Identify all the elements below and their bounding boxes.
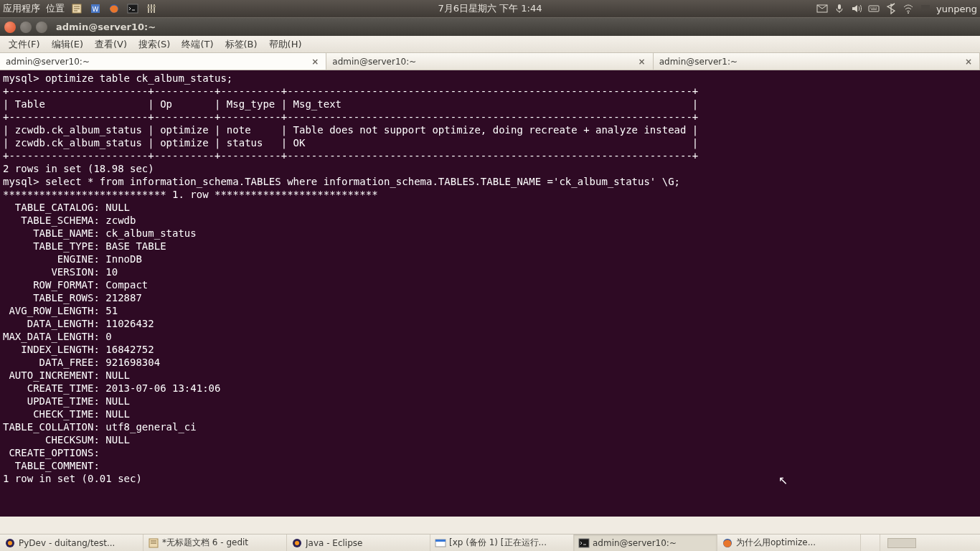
panel-clock[interactable]: 7月6日星期六 下午 1:44 bbox=[438, 2, 542, 15]
top-panel: 应用程序 位置 W 7月6日星期六 下午 1:44 yunpeng bbox=[0, 0, 980, 17]
svg-rect-6 bbox=[151, 4, 152, 13]
terminal-line: AVG_ROW_LENGTH: 51 bbox=[3, 304, 977, 317]
task-pydev[interactable]: PyDev - duitang/test... bbox=[0, 534, 143, 551]
menu-help[interactable]: 帮助(H) bbox=[263, 38, 308, 51]
terminal-output[interactable]: mysql> optimize table ck_album_status;+-… bbox=[0, 70, 980, 517]
svg-rect-13 bbox=[869, 6, 879, 11]
volume-icon[interactable] bbox=[850, 2, 863, 15]
svg-rect-7 bbox=[154, 4, 155, 13]
task-label: PyDev - duitang/test... bbox=[19, 538, 115, 548]
terminal-line: 2 rows in set (18.98 sec) bbox=[3, 162, 977, 175]
menu-terminal[interactable]: 终端(T) bbox=[176, 38, 219, 51]
terminal-line: 1 row in set (0.01 sec) bbox=[3, 472, 977, 485]
keyboard-icon[interactable] bbox=[867, 2, 880, 15]
terminal-line: +-----------------------+----------+----… bbox=[3, 110, 977, 123]
svg-rect-21 bbox=[435, 540, 446, 542]
bluetooth-icon[interactable] bbox=[885, 2, 897, 15]
svg-rect-10 bbox=[153, 6, 156, 7]
svg-point-16 bbox=[8, 541, 12, 545]
menu-edit[interactable]: 编辑(E) bbox=[46, 38, 89, 51]
tab-close-icon[interactable]: × bbox=[310, 57, 320, 67]
chat-icon[interactable] bbox=[919, 2, 932, 15]
terminal-line: AUTO_INCREMENT: NULL bbox=[3, 369, 977, 382]
svg-rect-4 bbox=[128, 4, 138, 13]
task-firefox[interactable]: 为什么用optimize... bbox=[717, 534, 861, 551]
svg-rect-8 bbox=[147, 6, 150, 8]
workspace-switcher[interactable] bbox=[887, 538, 916, 548]
menu-tabs[interactable]: 标签(B) bbox=[220, 38, 263, 51]
vm-icon bbox=[435, 537, 446, 549]
tab-label: admin@server10:~ bbox=[332, 57, 416, 67]
task-label: *无标题文档 6 - gedit bbox=[162, 537, 248, 549]
terminal-line: TABLE_ROWS: 212887 bbox=[3, 291, 977, 304]
menu-file[interactable]: 文件(F) bbox=[3, 38, 46, 51]
terminal-tab-2[interactable]: admin@server10:~ × bbox=[326, 53, 653, 70]
task-label: Java - Eclipse bbox=[306, 538, 362, 548]
window-maximize-button[interactable] bbox=[36, 22, 47, 33]
bottom-panel: PyDev - duitang/test... *无标题文档 6 - gedit… bbox=[0, 534, 980, 551]
task-gedit[interactable]: *无标题文档 6 - gedit bbox=[143, 534, 287, 551]
task-label: 为什么用optimize... bbox=[736, 537, 816, 549]
tab-close-icon[interactable]: × bbox=[637, 57, 647, 67]
user-menu[interactable]: yunpeng bbox=[936, 4, 977, 14]
terminal-line: | zcwdb.ck_album_status | optimize | sta… bbox=[3, 136, 977, 149]
window-close-button[interactable] bbox=[4, 22, 16, 33]
launcher-doc-icon[interactable]: W bbox=[89, 2, 102, 15]
tray-end bbox=[880, 534, 980, 551]
svg-rect-5 bbox=[148, 4, 149, 13]
terminal-line: | zcwdb.ck_album_status | optimize | not… bbox=[3, 123, 977, 136]
terminal-line: TABLE_SCHEMA: zcwdb bbox=[3, 214, 977, 227]
launcher-terminal-icon[interactable] bbox=[126, 2, 139, 15]
tab-label: admin@server10:~ bbox=[6, 57, 90, 67]
gedit-icon bbox=[148, 537, 159, 549]
svg-rect-9 bbox=[150, 9, 153, 11]
mic-icon[interactable] bbox=[833, 2, 846, 15]
terminal-line: CREATE_OPTIONS: bbox=[3, 446, 977, 459]
terminal-line: TABLE_NAME: ck_album_status bbox=[3, 227, 977, 240]
terminal-line: CHECKSUM: NULL bbox=[3, 433, 977, 446]
svg-point-19 bbox=[295, 541, 299, 545]
terminal-line: UPDATE_TIME: NULL bbox=[3, 395, 977, 408]
terminal-line: *************************** 1. row *****… bbox=[3, 188, 977, 201]
svg-rect-22 bbox=[579, 539, 589, 547]
terminal-line: MAX_DATA_LENGTH: 0 bbox=[3, 330, 977, 343]
terminal-line: mysql> optimize table ck_album_status; bbox=[3, 72, 977, 85]
svg-text:W: W bbox=[93, 6, 99, 13]
places-menu[interactable]: 位置 bbox=[46, 2, 65, 15]
wifi-icon[interactable] bbox=[902, 2, 915, 15]
task-terminal[interactable]: admin@server10:~ bbox=[574, 534, 717, 551]
terminal-line: ENGINE: InnoDB bbox=[3, 253, 977, 265]
terminal-line: DATA_FREE: 921698304 bbox=[3, 356, 977, 369]
terminal-line: DATA_LENGTH: 11026432 bbox=[3, 317, 977, 330]
menu-search[interactable]: 搜索(S) bbox=[133, 38, 176, 51]
tab-label: admin@server1:~ bbox=[659, 57, 738, 67]
eclipse-icon bbox=[4, 537, 16, 549]
svg-point-14 bbox=[908, 12, 909, 14]
terminal-line: VERSION: 10 bbox=[3, 265, 977, 278]
launcher-firefox-icon[interactable] bbox=[108, 2, 121, 15]
tab-close-icon[interactable]: × bbox=[963, 57, 974, 67]
menubar: 文件(F) 编辑(E) 查看(V) 搜索(S) 终端(T) 标签(B) 帮助(H… bbox=[0, 36, 980, 53]
terminal-line: mysql> select * from information_schema.… bbox=[3, 175, 977, 188]
eclipse-icon bbox=[291, 537, 303, 549]
terminal-line: INDEX_LENGTH: 16842752 bbox=[3, 343, 977, 356]
terminal-line: ROW_FORMAT: Compact bbox=[3, 278, 977, 291]
menu-view[interactable]: 查看(V) bbox=[89, 38, 133, 51]
mail-icon[interactable] bbox=[816, 2, 829, 15]
firefox-icon bbox=[722, 537, 733, 549]
launcher-gedit-icon[interactable] bbox=[70, 2, 83, 15]
launcher-settings-icon[interactable] bbox=[145, 2, 158, 15]
window-minimize-button[interactable] bbox=[20, 22, 32, 33]
task-eclipse[interactable]: Java - Eclipse bbox=[287, 534, 430, 551]
terminal-line: TABLE_COMMENT: bbox=[3, 459, 977, 472]
terminal-line: CHECK_TIME: NULL bbox=[3, 408, 977, 420]
terminal-tab-3[interactable]: admin@server1:~ × bbox=[654, 53, 980, 70]
task-vm[interactable]: [xp (备份 1) [正在运行... bbox=[430, 534, 574, 551]
terminal-tab-1[interactable]: admin@server10:~ × bbox=[0, 53, 326, 70]
window-titlebar[interactable]: admin@server10:~ bbox=[0, 17, 980, 36]
terminal-line: TABLE_COLLATION: utf8_general_ci bbox=[3, 420, 977, 433]
terminal-icon bbox=[578, 537, 590, 549]
terminal-line: TABLE_TYPE: BASE TABLE bbox=[3, 240, 977, 253]
terminal-line: CREATE_TIME: 2013-07-06 13:41:06 bbox=[3, 382, 977, 395]
apps-menu[interactable]: 应用程序 bbox=[3, 2, 40, 15]
